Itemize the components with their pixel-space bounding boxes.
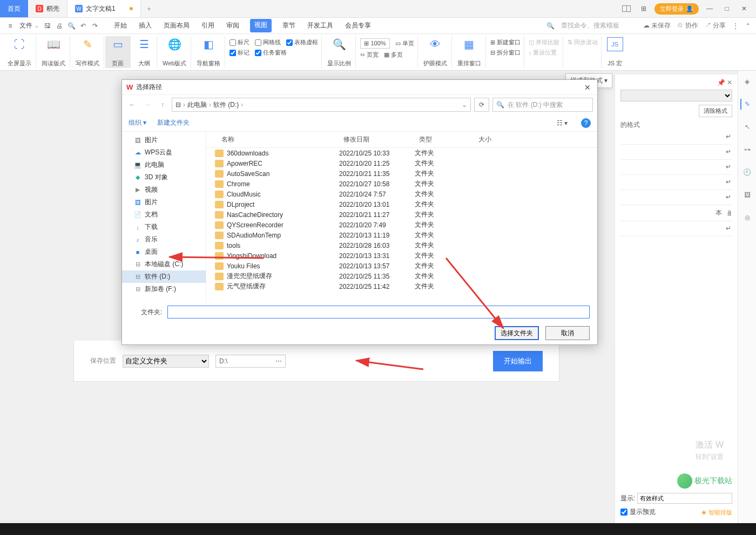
format-entry[interactable]: ↵ [620, 130, 732, 145]
side-by-side-button[interactable]: ◫ 并排比较 [529, 38, 559, 46]
coop-button[interactable]: ♲ 协作 [677, 21, 698, 30]
file-row[interactable]: Chrome2022/10/27 10:58文件夹 [206, 179, 597, 189]
new-folder-button[interactable]: 新建文件夹 [157, 118, 190, 127]
format-entry[interactable]: ↵ [620, 145, 732, 160]
tab-document[interactable]: W文字文稿1 [68, 0, 141, 17]
path-box[interactable]: D:\⋯ [215, 355, 286, 368]
taskpane-checkbox[interactable]: 任务窗格 [255, 49, 287, 57]
pin-icon[interactable]: 📌 [717, 79, 725, 86]
search-icon[interactable]: 🔍 [546, 22, 555, 30]
up-button[interactable]: ↑ [157, 99, 168, 111]
tree-item[interactable]: 🖼图片 [122, 196, 206, 208]
format-entry[interactable]: ↵ [620, 160, 732, 175]
nav-pane-button[interactable]: ◧导航窗格 [192, 36, 225, 68]
rail-image-icon[interactable]: 🖼 [742, 189, 753, 200]
tab-insert[interactable]: 插入 [138, 19, 153, 32]
help-button[interactable]: ? [581, 118, 591, 128]
tree-item[interactable]: ☁WPS云盘 [122, 146, 206, 159]
tree-item[interactable]: ■桌面 [122, 246, 206, 258]
page-view-button[interactable]: ▭页面 [105, 36, 131, 68]
tree-item[interactable]: ▶视频 [122, 184, 206, 196]
file-row[interactable]: NasCacheDirectory2022/10/21 11:27文件夹 [206, 209, 597, 220]
page-width-button[interactable]: ⬄ 页宽 [360, 51, 379, 59]
smart-layout-link[interactable]: ★ 智能排版 [701, 509, 732, 517]
marks-checkbox[interactable]: 标记 [230, 49, 249, 57]
split-window-button[interactable]: ⊟ 拆分窗口 [490, 49, 521, 57]
rearrange-button[interactable]: ▦重排窗口 [453, 36, 486, 68]
preview-checkbox[interactable] [620, 509, 627, 516]
sync-scroll-button[interactable]: ⇅ 同步滚动 [568, 38, 598, 46]
select-folder-button[interactable]: 选择文件夹 [495, 326, 539, 340]
browse-icon[interactable]: ⋯ [275, 357, 282, 365]
fullscreen-button[interactable]: ⛶全屏显示 [3, 36, 36, 68]
file-row[interactable]: AutoSaveScan2022/10/21 11:35文件夹 [206, 168, 597, 179]
col-type[interactable]: 类型 [415, 134, 474, 145]
file-row[interactable]: Youku Files2022/10/13 13:57文件夹 [206, 261, 597, 271]
address-dropdown-icon[interactable]: ⌄ [462, 101, 467, 109]
rail-clock-icon[interactable]: 🕘 [742, 167, 753, 178]
cancel-button[interactable]: 取消 [545, 326, 590, 340]
unsaved-indicator[interactable]: ☁ 未保存 [643, 21, 671, 30]
file-row[interactable]: CloudMusic2022/10/24 7:57文件夹 [206, 189, 597, 199]
table-virtual-checkbox[interactable]: 表格虚框 [286, 38, 318, 46]
expand-icon[interactable]: ⌃ [745, 22, 751, 30]
format-entry[interactable]: ↵ [620, 221, 732, 236]
gridlines-checkbox[interactable]: 网格线 [255, 38, 281, 46]
close-button[interactable]: ✕ [738, 2, 751, 15]
tab-shell[interactable]: D稻壳 [28, 0, 68, 17]
save-icon[interactable]: 🖫 [43, 21, 52, 31]
tree-item[interactable]: ⊟软件 (D:) [122, 270, 206, 283]
close-panel-icon[interactable]: ✕ [727, 79, 732, 86]
col-name[interactable]: 名称 [206, 134, 339, 145]
zoom-ratio-button[interactable]: 🔍显示比例 [323, 36, 356, 68]
tree-item[interactable]: 📄文档 [122, 208, 206, 221]
share-button[interactable]: ↗ 分享 [705, 21, 726, 30]
tree-item[interactable]: 💻此电脑 [122, 159, 206, 171]
tab-home[interactable]: 首页 [0, 0, 28, 17]
file-row[interactable]: 360downloads2022/10/25 10:33文件夹 [206, 148, 597, 158]
save-location-select[interactable]: 自定义文件夹 [123, 355, 209, 368]
tab-pagelayout[interactable]: 页面布局 [163, 19, 191, 32]
show-value-input[interactable] [637, 493, 732, 504]
file-row[interactable]: 元气壁纸缓存2022/10/25 11:42文件夹 [206, 281, 597, 292]
preview-icon[interactable]: 🔍 [66, 21, 76, 31]
new-window-button[interactable]: ⊞ 新建窗口 [490, 38, 521, 46]
write-mode-button[interactable]: ✎写作模式 [71, 36, 104, 68]
file-row[interactable]: DLproject2022/10/20 13:01文件夹 [206, 199, 597, 209]
multi-page-button[interactable]: ▦ 多页 [384, 51, 403, 59]
style-select[interactable] [620, 90, 732, 101]
rail-settings-icon[interactable]: ⊶ [742, 144, 753, 155]
dialog-search[interactable]: 🔍在 软件 (D:) 中搜索 [492, 98, 593, 112]
address-bar[interactable]: ⊟› 此电脑› 软件 (D:)› ⌄ [172, 98, 471, 112]
refresh-button[interactable]: ⟳ [474, 98, 489, 112]
redo-icon[interactable]: ↷ [90, 21, 100, 31]
file-row[interactable]: QYScreenRecorder2022/10/20 7:49文件夹 [206, 220, 597, 230]
file-row[interactable]: ApowerREC2022/10/20 11:25文件夹 [206, 158, 597, 168]
tree-item[interactable]: ⊟新加卷 (F:) [122, 283, 206, 295]
start-export-button[interactable]: 开始输出 [493, 351, 543, 371]
maximize-button[interactable]: □ [720, 2, 733, 15]
tree-item[interactable]: ⊟本地磁盘 (C:) [122, 258, 206, 270]
ruler-checkbox[interactable]: 标尺 [230, 38, 249, 46]
file-row[interactable]: SDAudioMonTemp2022/10/13 11:19文件夹 [206, 230, 597, 240]
back-button[interactable]: ← [126, 99, 138, 111]
tree-item[interactable]: ♪音乐 [122, 233, 206, 246]
js-macro-button[interactable]: JSJS 宏 [603, 36, 627, 68]
tree-item[interactable]: 🖼图片 [122, 134, 206, 146]
tree-item[interactable]: ↓下载 [122, 221, 206, 233]
print-icon[interactable]: 🖨 [55, 21, 64, 31]
rail-cursor-icon[interactable]: ↖ [742, 121, 753, 132]
dialog-close-button[interactable]: ✕ [582, 83, 593, 92]
reset-pos-button[interactable]: ↕ 重设位置 [529, 49, 559, 57]
format-entry[interactable]: ↵ [620, 175, 732, 190]
login-button[interactable]: 立即登录👤 [654, 3, 699, 15]
clear-format-button[interactable]: 清除格式 [699, 105, 732, 117]
tab-start[interactable]: 开始 [113, 19, 128, 32]
tab-view[interactable]: 视图 [250, 19, 272, 32]
rail-pencil-icon[interactable]: ✎ [740, 99, 751, 110]
col-size[interactable]: 大小 [474, 134, 517, 145]
undo-icon[interactable]: ↶ [78, 21, 88, 31]
more-icon[interactable]: ⋮ [732, 22, 739, 30]
file-row[interactable]: tools2022/10/28 16:03文件夹 [206, 240, 597, 250]
rail-diamond-icon[interactable]: ◈ [742, 76, 753, 87]
